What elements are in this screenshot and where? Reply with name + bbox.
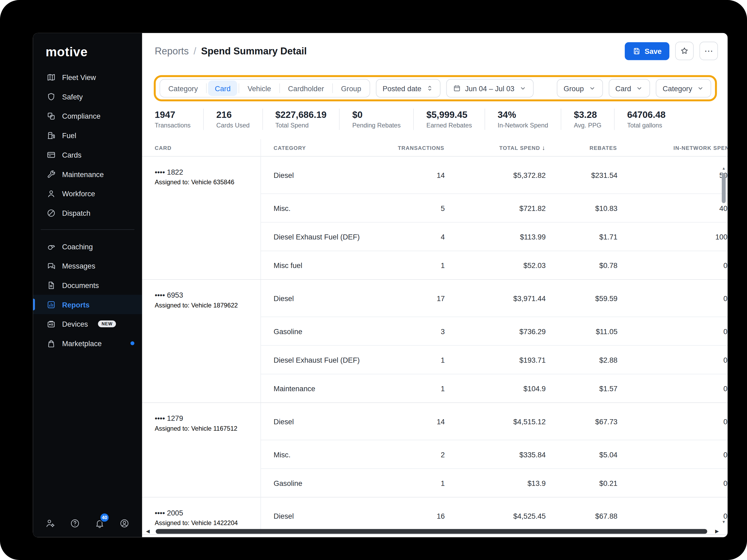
table-row[interactable]: Maintenance 1 $104.9 $1.57 0% [261, 374, 727, 402]
sidebar-item-label: Dispatch [62, 209, 91, 217]
stat-value: $227,686.19 [275, 110, 327, 120]
cell-transactions: 4 [380, 233, 448, 241]
cell-in-network-spend: 0% [622, 356, 728, 364]
tab-category[interactable]: Category [160, 79, 206, 97]
stat-label: Earned Rebates [426, 122, 472, 129]
table-header: CARD CATEGORY TRANSACTIONS TOTAL SPEND↓ … [142, 139, 728, 157]
sidebar-item-label: Devices [62, 320, 88, 328]
column-header-rebates[interactable]: REBATES [549, 145, 622, 151]
column-header-in-network-spend[interactable]: IN-NETWORK SPEND [622, 145, 727, 151]
cell-in-network-spend: 0% [622, 479, 728, 487]
admin-settings-button[interactable] [44, 517, 56, 529]
table-row[interactable]: Gasoline 3 $736.29 $11.05 0% [261, 317, 727, 345]
sidebar-item-cards[interactable]: Cards [33, 145, 142, 164]
cell-total-spend: $5,372.82 [448, 171, 549, 179]
sidebar-item-dispatch[interactable]: Dispatch [33, 203, 142, 223]
chevron-down-icon [588, 84, 596, 92]
cell-transactions: 1 [380, 261, 448, 269]
card-filter-dropdown[interactable]: Card [609, 79, 650, 97]
sidebar-item-maintenance[interactable]: Maintenance [33, 164, 142, 184]
account-button[interactable] [118, 517, 130, 529]
table-row[interactable]: Diesel Exhaust Fuel (DEF) 4 $113.99 $1.7… [261, 222, 727, 251]
tab-vehicle[interactable]: Vehicle [239, 79, 279, 97]
cell-rebates: $11.05 [549, 327, 622, 335]
cell-transactions: 1 [380, 384, 448, 393]
group-by-segmented-control: Category Card Vehicle Cardholder Group [159, 79, 370, 97]
more-options-button[interactable]: ⋯ [699, 42, 718, 60]
cell-category: Gasoline [261, 479, 380, 487]
device-icon [47, 319, 56, 328]
card-number: •••• 2005 [155, 509, 256, 517]
column-header-total-spend[interactable]: TOTAL SPEND↓ [447, 144, 549, 151]
table-row[interactable]: Misc. 5 $721.82 $10.83 40% [261, 193, 727, 222]
sidebar-item-messages[interactable]: Messages [33, 256, 142, 275]
cell-in-network-spend: 50% [622, 171, 728, 179]
scroll-right-arrow[interactable]: ▶ [715, 529, 719, 534]
category-filter-dropdown[interactable]: Category [656, 79, 711, 97]
card-group-rows: Diesel 14 $4,515.12 $67.73 0% Misc. 2 $3… [260, 403, 727, 497]
tab-card[interactable]: Card [208, 81, 237, 96]
cell-transactions: 14 [380, 417, 448, 426]
sidebar-item-coaching[interactable]: Coaching [33, 237, 142, 256]
sidebar-item-safety[interactable]: Safety [33, 87, 142, 106]
sidebar-item-label: Safety [62, 92, 83, 101]
sort-by-posted-date-button[interactable]: Posted date [376, 79, 440, 97]
column-header-category[interactable]: CATEGORY [260, 139, 379, 156]
cell-category: Misc. [261, 204, 380, 212]
scroll-left-arrow[interactable]: ◀ [146, 529, 150, 534]
help-button[interactable] [68, 517, 81, 529]
sidebar-item-compliance[interactable]: Compliance [33, 106, 142, 126]
table-row[interactable]: Diesel 17 $3,971.44 $59.59 0% [261, 280, 727, 317]
group-filter-dropdown[interactable]: Group [557, 79, 603, 97]
date-range-picker[interactable]: Jun 04 – Jul 03 [446, 79, 533, 97]
sidebar-item-devices[interactable]: Devices NEW [33, 314, 142, 334]
app-window: motive Fleet View Safety Compliance [33, 33, 728, 537]
sidebar: motive Fleet View Safety Compliance [33, 33, 142, 537]
cell-in-network-spend: 0% [622, 450, 728, 458]
scroll-up-arrow[interactable]: ▲ [721, 166, 727, 171]
horizontal-scrollbar[interactable]: ◀ ▶ [146, 528, 719, 535]
table-row[interactable]: Gasoline 1 $13.9 $0.21 0% [261, 468, 727, 497]
card-number: •••• 1822 [155, 168, 256, 176]
scroll-down-arrow[interactable]: ▼ [721, 520, 727, 525]
table-row[interactable]: Diesel 14 $4,515.12 $67.73 0% [261, 403, 727, 440]
tab-group[interactable]: Group [333, 79, 369, 97]
cell-transactions: 1 [380, 479, 448, 487]
cell-category: Misc. [261, 450, 380, 458]
marketplace-notification-dot [130, 341, 134, 345]
cell-in-network-spend: 0% [622, 327, 728, 335]
stat-label: Pending Rebates [352, 122, 401, 129]
favorite-button[interactable] [675, 42, 694, 60]
breadcrumb-reports[interactable]: Reports [155, 45, 189, 56]
person-icon [47, 189, 56, 198]
background: motive Fleet View Safety Compliance [0, 0, 747, 560]
column-header-card[interactable]: CARD [142, 145, 261, 151]
save-button[interactable]: Save [625, 42, 669, 60]
page-header: Reports / Spend Summary Detail Save [142, 33, 728, 65]
notifications-button[interactable]: 40 [93, 517, 106, 529]
table-row[interactable]: Diesel Exhaust Fuel (DEF) 1 $193.71 $2.8… [261, 345, 727, 374]
stat-label: Total gallons [627, 122, 666, 129]
table-row[interactable]: Diesel 14 $5,372.82 $231.54 50% [261, 157, 727, 193]
horizontal-scroll-thumb[interactable] [156, 529, 707, 534]
column-header-transactions[interactable]: TRANSACTIONS [379, 145, 447, 151]
segment-divider [206, 83, 207, 93]
sidebar-item-fleet-view[interactable]: Fleet View [33, 68, 142, 87]
table-row[interactable]: Misc fuel 1 $52.03 $0.78 0% [261, 251, 727, 279]
stat-value: $5,999.45 [426, 110, 472, 120]
cell-rebates: $67.88 [549, 512, 622, 520]
tab-cardholder[interactable]: Cardholder [280, 79, 332, 97]
sidebar-item-documents[interactable]: Documents [33, 275, 142, 295]
sidebar-item-label: Marketplace [62, 339, 102, 347]
vertical-scrollbar[interactable]: ▲ ▼ [721, 166, 727, 525]
sidebar-item-fuel[interactable]: Fuel [33, 126, 142, 145]
sidebar-item-reports[interactable]: Reports [33, 295, 142, 314]
vertical-scroll-thumb[interactable] [722, 173, 726, 203]
cell-rebates: $67.73 [549, 417, 622, 426]
cell-rebates: $10.83 [549, 204, 622, 212]
question-circle-icon [70, 518, 80, 528]
sidebar-item-workforce[interactable]: Workforce [33, 184, 142, 203]
table-row[interactable]: Misc. 2 $335.84 $5.04 0% [261, 440, 727, 468]
chat-bubbles-icon [47, 261, 56, 270]
sidebar-item-marketplace[interactable]: Marketplace [33, 334, 142, 353]
